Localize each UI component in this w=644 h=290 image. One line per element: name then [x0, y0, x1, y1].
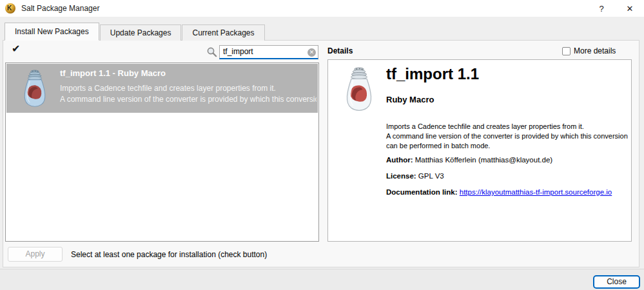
search-icon	[206, 46, 217, 57]
more-details-checkbox[interactable]: More details	[562, 46, 616, 55]
details-description-line2: A command line version of the converter …	[386, 131, 632, 151]
details-package-title: tf_import 1.1	[386, 65, 479, 83]
check-mark-icon: ✔	[12, 43, 20, 55]
author-value: Matthias Köfferlein (matthias@klayout.de…	[415, 156, 552, 164]
details-author-row: Author: Matthias Köfferlein (matthias@kl…	[386, 156, 552, 164]
details-header: Details	[327, 46, 353, 55]
details-package-type: Ruby Macro	[386, 95, 434, 104]
salt-package-manager-window: { "window": { "title": "Salt Package Man…	[0, 0, 644, 290]
dialog-footer	[0, 269, 644, 290]
license-value: GPL V3	[418, 172, 444, 180]
more-details-label: More details	[574, 46, 616, 55]
package-list-item[interactable]: tf_import 1.1 - Ruby Macro Imports a Cad…	[6, 64, 318, 113]
apply-button[interactable]: Apply	[8, 247, 63, 262]
details-doc-row: Documentation link: https://klayoutmatth…	[386, 188, 612, 196]
details-description: Imports a Cadence techfile and creates l…	[386, 122, 632, 151]
app-logo-icon: K	[5, 3, 15, 14]
documentation-link[interactable]: https://klayoutmatthias-tf-import.source…	[460, 188, 612, 196]
package-list[interactable]: tf_import 1.1 - Ruby Macro Imports a Cad…	[5, 63, 319, 242]
tab-update-packages[interactable]: Update Packages	[100, 24, 182, 41]
search-input[interactable]	[219, 45, 318, 59]
salt-shaker-large-icon	[342, 65, 376, 113]
details-description-line1: Imports a Cadence techfile and creates l…	[386, 122, 632, 131]
checkbox-icon[interactable]	[562, 47, 571, 55]
details-license-row: License: GPL V3	[386, 172, 444, 180]
tab-install-new-packages[interactable]: Install New Packages	[5, 23, 99, 41]
clear-search-icon[interactable]: ✕	[307, 48, 316, 57]
close-window-button[interactable]: ✕	[616, 0, 644, 17]
doc-label: Documentation link:	[386, 188, 460, 196]
tab-current-packages[interactable]: Current Packages	[182, 24, 264, 41]
close-button[interactable]: Close	[593, 275, 640, 289]
author-label: Author:	[386, 156, 415, 164]
window-title: Salt Package Manager	[21, 4, 99, 13]
license-label: License:	[386, 172, 418, 180]
status-message: Select at least one package for installa…	[71, 250, 267, 259]
titlebar: K Salt Package Manager ? ✕	[0, 0, 644, 17]
salt-shaker-icon	[21, 67, 49, 110]
package-item-description-line1: Imports a Cadence techfile and creates l…	[60, 84, 317, 93]
details-panel: tf_import 1.1 Ruby Macro Imports a Caden…	[327, 59, 632, 242]
package-item-description-line2: A command line version of the converter …	[60, 95, 317, 104]
tab-bar: Install New Packages Update Packages Cur…	[5, 23, 266, 41]
package-item-title: tf_import 1.1 - Ruby Macro	[60, 68, 166, 78]
help-button[interactable]: ?	[587, 0, 616, 17]
